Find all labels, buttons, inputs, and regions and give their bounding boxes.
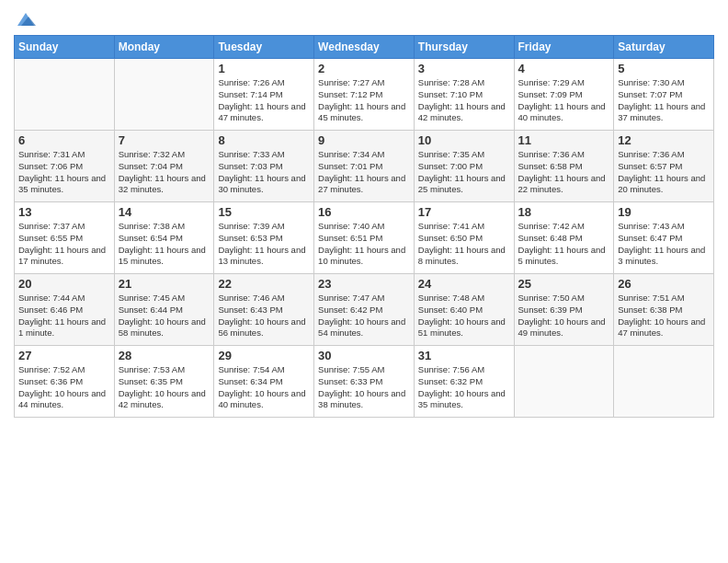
day-info: Sunrise: 7:38 AM	[119, 221, 210, 233]
day-number: 4	[518, 62, 610, 75]
calendar-cell: 5Sunrise: 7:30 AMSunset: 7:07 PMDaylight…	[614, 59, 714, 131]
logo	[14, 9, 36, 29]
weekday-header-saturday: Saturday	[614, 36, 714, 59]
day-info: Sunset: 6:51 PM	[318, 233, 410, 245]
calendar-cell: 8Sunrise: 7:33 AMSunset: 7:03 PMDaylight…	[214, 131, 314, 202]
calendar-cell: 2Sunrise: 7:27 AMSunset: 7:12 PMDaylight…	[314, 59, 415, 131]
day-number: 14	[119, 205, 210, 219]
day-info: Sunset: 7:10 PM	[418, 89, 510, 101]
day-info: Sunset: 6:38 PM	[618, 304, 710, 316]
day-info: Daylight: 11 hours and 3 minutes.	[618, 245, 710, 269]
day-info: Sunrise: 7:40 AM	[318, 221, 410, 233]
day-info: Sunset: 6:58 PM	[518, 161, 610, 173]
calendar-week-4: 20Sunrise: 7:44 AMSunset: 6:46 PMDayligh…	[15, 274, 714, 346]
day-info: Sunset: 6:55 PM	[18, 233, 110, 245]
calendar-cell: 19Sunrise: 7:43 AMSunset: 6:47 PMDayligh…	[614, 202, 714, 274]
day-info: Daylight: 10 hours and 40 minutes.	[218, 388, 310, 412]
day-info: Sunset: 6:53 PM	[218, 233, 310, 245]
calendar-cell: 12Sunrise: 7:36 AMSunset: 6:57 PMDayligh…	[614, 131, 714, 202]
day-info: Sunset: 7:12 PM	[318, 89, 410, 101]
day-info: Sunrise: 7:43 AM	[618, 221, 710, 233]
day-info: Sunrise: 7:45 AM	[119, 293, 210, 304]
day-info: Daylight: 11 hours and 25 minutes.	[418, 173, 510, 197]
day-number: 19	[618, 205, 710, 219]
day-info: Daylight: 10 hours and 56 minutes.	[218, 316, 310, 340]
day-info: Sunrise: 7:26 AM	[218, 77, 310, 89]
day-info: Daylight: 10 hours and 38 minutes.	[318, 388, 410, 412]
day-info: Sunset: 6:33 PM	[318, 376, 410, 388]
day-info: Sunrise: 7:47 AM	[318, 293, 410, 304]
day-info: Daylight: 11 hours and 17 minutes.	[18, 245, 110, 269]
day-info: Sunrise: 7:37 AM	[18, 221, 110, 233]
calendar-cell: 25Sunrise: 7:50 AMSunset: 6:39 PMDayligh…	[514, 274, 614, 346]
day-info: Sunset: 6:44 PM	[119, 304, 210, 316]
day-number: 10	[418, 133, 510, 147]
day-info: Daylight: 10 hours and 42 minutes.	[119, 388, 210, 412]
day-info: Daylight: 11 hours and 20 minutes.	[618, 173, 710, 197]
day-info: Daylight: 11 hours and 35 minutes.	[18, 173, 110, 197]
calendar-week-5: 27Sunrise: 7:52 AMSunset: 6:36 PMDayligh…	[15, 346, 714, 418]
calendar-cell: 20Sunrise: 7:44 AMSunset: 6:46 PMDayligh…	[15, 274, 115, 346]
weekday-header-tuesday: Tuesday	[214, 36, 314, 59]
day-info: Sunrise: 7:27 AM	[318, 77, 410, 89]
day-info: Sunrise: 7:34 AM	[318, 149, 410, 161]
day-number: 7	[119, 133, 210, 147]
day-info: Sunset: 6:47 PM	[618, 233, 710, 245]
day-number: 16	[318, 205, 410, 219]
day-info: Daylight: 10 hours and 35 minutes.	[418, 388, 510, 412]
calendar-cell: 13Sunrise: 7:37 AMSunset: 6:55 PMDayligh…	[15, 202, 115, 274]
weekday-header-monday: Monday	[114, 36, 214, 59]
day-info: Sunrise: 7:42 AM	[518, 221, 610, 233]
calendar-cell: 24Sunrise: 7:48 AMSunset: 6:40 PMDayligh…	[414, 274, 514, 346]
day-info: Daylight: 11 hours and 45 minutes.	[318, 101, 410, 125]
calendar-body: 1Sunrise: 7:26 AMSunset: 7:14 PMDaylight…	[15, 59, 714, 418]
calendar-cell	[114, 59, 214, 131]
day-info: Sunrise: 7:46 AM	[218, 293, 310, 304]
weekday-row: SundayMondayTuesdayWednesdayThursdayFrid…	[15, 36, 714, 59]
day-number: 17	[418, 205, 510, 219]
day-info: Sunrise: 7:48 AM	[418, 293, 510, 304]
day-number: 30	[318, 349, 410, 362]
weekday-header-sunday: Sunday	[15, 36, 115, 59]
day-info: Sunset: 7:14 PM	[218, 89, 310, 101]
day-number: 27	[18, 349, 110, 362]
calendar-header: SundayMondayTuesdayWednesdayThursdayFrid…	[15, 36, 714, 59]
day-number: 22	[218, 277, 310, 291]
day-info: Daylight: 11 hours and 10 minutes.	[318, 245, 410, 269]
day-info: Daylight: 11 hours and 42 minutes.	[418, 101, 510, 125]
day-info: Daylight: 11 hours and 27 minutes.	[318, 173, 410, 197]
day-number: 2	[318, 62, 410, 75]
day-info: Sunset: 7:09 PM	[518, 89, 610, 101]
day-info: Sunrise: 7:55 AM	[318, 364, 410, 376]
calendar-cell: 27Sunrise: 7:52 AMSunset: 6:36 PMDayligh…	[15, 346, 115, 418]
weekday-header-thursday: Thursday	[414, 36, 514, 59]
calendar-cell: 16Sunrise: 7:40 AMSunset: 6:51 PMDayligh…	[314, 202, 415, 274]
calendar-cell	[514, 346, 614, 418]
day-info: Daylight: 10 hours and 44 minutes.	[18, 388, 110, 412]
day-info: Sunrise: 7:30 AM	[618, 77, 710, 89]
day-info: Daylight: 11 hours and 8 minutes.	[418, 245, 510, 269]
day-info: Daylight: 11 hours and 30 minutes.	[218, 173, 310, 197]
day-info: Sunrise: 7:29 AM	[518, 77, 610, 89]
day-info: Sunset: 6:54 PM	[119, 233, 210, 245]
day-info: Daylight: 11 hours and 15 minutes.	[119, 245, 210, 269]
day-number: 9	[318, 133, 410, 147]
day-info: Sunset: 6:36 PM	[18, 376, 110, 388]
calendar-cell: 11Sunrise: 7:36 AMSunset: 6:58 PMDayligh…	[514, 131, 614, 202]
day-info: Sunset: 6:39 PM	[518, 304, 610, 316]
day-number: 23	[318, 277, 410, 291]
day-info: Sunset: 6:46 PM	[18, 304, 110, 316]
day-info: Sunset: 6:40 PM	[418, 304, 510, 316]
calendar-cell: 4Sunrise: 7:29 AMSunset: 7:09 PMDaylight…	[514, 59, 614, 131]
day-info: Daylight: 11 hours and 32 minutes.	[119, 173, 210, 197]
calendar-week-1: 1Sunrise: 7:26 AMSunset: 7:14 PMDaylight…	[15, 59, 714, 131]
day-info: Sunrise: 7:36 AM	[518, 149, 610, 161]
day-info: Sunrise: 7:36 AM	[618, 149, 710, 161]
calendar-cell: 17Sunrise: 7:41 AMSunset: 6:50 PMDayligh…	[414, 202, 514, 274]
calendar-cell: 6Sunrise: 7:31 AMSunset: 7:06 PMDaylight…	[15, 131, 115, 202]
calendar-week-3: 13Sunrise: 7:37 AMSunset: 6:55 PMDayligh…	[15, 202, 714, 274]
day-number: 3	[418, 62, 510, 75]
day-info: Daylight: 11 hours and 13 minutes.	[218, 245, 310, 269]
day-number: 13	[18, 205, 110, 219]
weekday-header-wednesday: Wednesday	[314, 36, 415, 59]
